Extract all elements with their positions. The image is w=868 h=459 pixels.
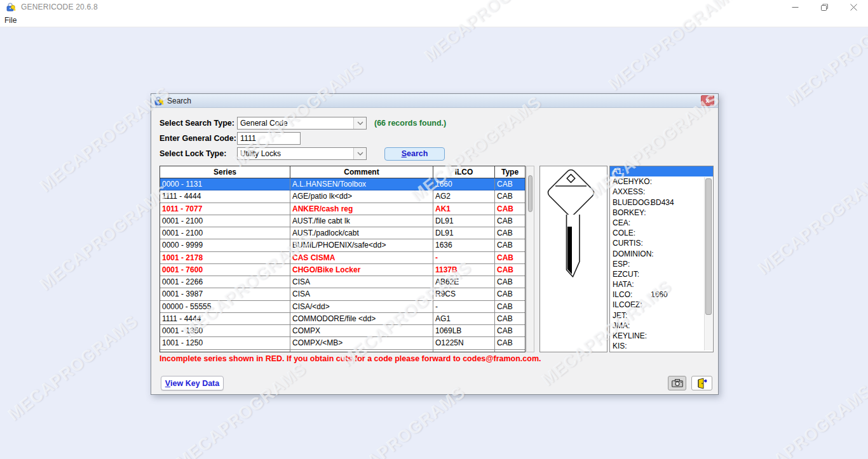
results-table[interactable]: Series Comment ILCO Type 0000 - 1131A.L.… — [159, 166, 526, 352]
table-row[interactable]: 0001 - 2266CISAAB62ECAB — [160, 276, 525, 288]
cell-series: 0001 - 2100 — [160, 227, 290, 239]
cell-type: CAB — [495, 350, 525, 352]
equivalent-item[interactable]: A1: — [610, 166, 713, 176]
table-row[interactable]: 0001 - 3987CISAR9CSCAB — [160, 288, 525, 300]
equivalent-item[interactable]: BLUEDOG:BD434 — [610, 197, 713, 208]
watermark: MECAPROGRAMS — [738, 382, 868, 459]
equivalent-name: ACEHYKO: — [613, 177, 652, 186]
watermark: MECAPROGRAMS — [4, 312, 142, 425]
cell-type: CAB — [495, 313, 525, 324]
records-found-text: (66 records found.) — [374, 119, 446, 128]
window-title: GENERICODE 20.6.8 — [21, 3, 98, 11]
general-code-label: Enter General Code: — [159, 132, 236, 145]
equivalent-name: EZCUT: — [613, 270, 639, 279]
equivalent-name: ESP: — [613, 260, 630, 269]
cell-ilco: 1069LB — [433, 325, 495, 336]
cell-type: CAB — [495, 276, 525, 288]
equivalent-item[interactable]: CURTIS: — [610, 238, 713, 248]
equivalent-name: CURTIS: — [613, 239, 643, 248]
cell-type: CAB — [495, 288, 525, 300]
cell-comment: A.L.HANSEN/Toolbox — [290, 178, 433, 190]
equivalent-name: COLE: — [613, 229, 635, 237]
equivalent-item[interactable]: JMA: — [610, 321, 713, 331]
table-row[interactable]: 0001 - 5100COMPX/lockers1303CAB — [160, 350, 525, 352]
equivalent-item[interactable]: DOMINION: — [610, 249, 713, 259]
view-key-data-button[interactable]: View Key Data — [161, 376, 224, 390]
watermark: MECAPROGRAMS — [754, 166, 868, 279]
dialog-title: Search — [167, 96, 191, 105]
table-row[interactable]: 0001 - 7600CHGO/Bike Locker1137BCAB — [160, 264, 525, 276]
table-row[interactable]: 0001 - 2100AUST./file cabt lkDL91CAB — [160, 215, 525, 227]
equivalent-item[interactable]: ESP: — [610, 259, 713, 269]
search-type-combo[interactable]: General Code — [237, 117, 367, 130]
exit-button[interactable] — [691, 376, 712, 390]
equivalent-value: 1660 — [651, 289, 668, 300]
incomplete-series-notice: Incomplete series shown in RED. If you o… — [159, 354, 541, 363]
table-row[interactable]: 0001 - 2100AUST./padlock/cabtDL91CAB — [160, 227, 525, 239]
close-icon[interactable] — [839, 0, 868, 14]
cell-comment: COMMODORE/file <dd> — [290, 313, 433, 324]
table-row[interactable]: 0000 - 9999BUMIL/PHOENIX/safe<dd>1636CAB — [160, 239, 525, 251]
table-row[interactable]: 0001 - 1350COMPX1069LBCAB — [160, 325, 525, 337]
minimize-icon[interactable] — [780, 0, 810, 14]
cell-comment: COMPX/lockers — [290, 350, 433, 352]
table-row[interactable]: 1011 - 7077ANKER/cash regAK1CAB — [160, 203, 525, 215]
menu-file[interactable]: File — [0, 14, 21, 27]
equivalents-list[interactable]: A1:ACEHYKO:AXXESS:BLUEDOG:BD434BORKEY:CE… — [609, 166, 714, 352]
key-blank-icon — [540, 166, 607, 352]
cell-ilco: AB62E — [433, 276, 495, 288]
dialog-close-icon[interactable]: x — [701, 95, 714, 106]
restore-icon[interactable] — [810, 0, 839, 14]
equivalent-item[interactable]: ILCOEZ: — [610, 300, 713, 310]
equivalent-name: KIS: — [613, 342, 627, 350]
cell-ilco: 1137B — [433, 264, 495, 276]
cell-series: 0000 - 1131 — [160, 178, 290, 190]
equivalent-value: BD434 — [651, 197, 674, 208]
chevron-down-icon[interactable] — [353, 148, 366, 159]
equivalent-item[interactable]: KEYLINE: — [610, 331, 713, 341]
cell-ilco: AK1 — [433, 203, 495, 215]
equivalent-item[interactable]: EZCUT: — [610, 269, 713, 279]
equivalent-item[interactable]: KIS: — [610, 341, 713, 351]
cell-type: CAB — [495, 337, 525, 349]
lock-type-combo[interactable]: Utility Locks — [237, 147, 367, 160]
chevron-down-icon[interactable] — [353, 117, 366, 129]
general-code-input[interactable] — [237, 132, 301, 145]
equivalent-item[interactable]: AXXESS: — [610, 187, 713, 197]
equivalent-item[interactable]: ACEHYKO: — [610, 176, 713, 187]
results-table-body: 0000 - 1131A.L.HANSEN/Toolbox1660CAB1111… — [160, 178, 525, 352]
equivalent-name: DOMINION: — [613, 249, 654, 258]
cell-type: CAB — [495, 252, 525, 263]
exit-door-icon — [696, 378, 709, 389]
search-type-value: General Code — [240, 119, 288, 128]
cell-series: 1001 - 1250 — [160, 337, 290, 349]
cell-comment: AGE/patio lk<dd> — [290, 190, 433, 202]
cell-comment: CHGO/Bike Locker — [290, 264, 433, 276]
equivalent-item[interactable]: JET: — [610, 310, 713, 321]
cell-type: CAB — [495, 325, 525, 336]
table-row[interactable]: 00000 - 55555CISA/<dd>-CAB — [160, 301, 525, 313]
table-row[interactable]: 0000 - 1131A.L.HANSEN/Toolbox1660CAB — [160, 178, 525, 190]
column-header-series: Series — [160, 166, 290, 178]
table-row[interactable]: 1001 - 1250COMPX/<MB>O1225NCAB — [160, 337, 525, 349]
lock-type-label: Select Lock Type: — [159, 147, 226, 160]
cell-type: CAB — [495, 264, 525, 276]
equivalent-item[interactable]: HATA: — [610, 279, 713, 289]
table-row[interactable]: 1111 - 4444COMMODORE/file <dd>AG1CAB — [160, 313, 525, 325]
table-scrollbar[interactable] — [526, 166, 534, 352]
table-row[interactable]: 1001 - 2178CAS CISMA-CAB — [160, 252, 525, 264]
cell-type: CAB — [495, 203, 525, 215]
table-scrollbar-thumb[interactable] — [528, 175, 532, 212]
equivalent-item[interactable]: CEA: — [610, 218, 713, 228]
cell-type: CAB — [495, 227, 525, 239]
camera-button[interactable] — [668, 376, 686, 390]
equivalent-item[interactable]: COLE: — [610, 228, 713, 238]
search-button[interactable]: Search — [384, 147, 445, 161]
table-row[interactable]: 1111 - 4444AGE/patio lk<dd>AG2CAB — [160, 190, 525, 203]
cell-type: CAB — [495, 301, 525, 312]
equivalent-item[interactable]: BORKEY: — [610, 208, 713, 218]
equivalent-item[interactable]: ILCO:1660 — [610, 289, 713, 300]
cell-series: 1001 - 2178 — [160, 252, 290, 263]
cell-comment: CISA/<dd> — [290, 301, 433, 312]
dialog-titlebar[interactable]: Search x — [151, 94, 718, 108]
